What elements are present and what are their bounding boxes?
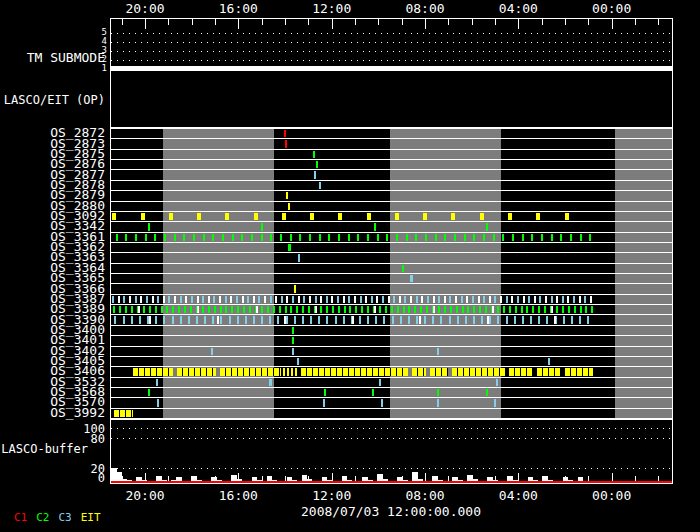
event-tick [155,316,157,323]
timeline-row-OS_3362 [110,242,672,252]
event-tick [365,296,367,303]
bottom-axis-minor-tick [565,476,566,481]
timeline-row-OS_2876 [110,159,672,169]
event-tick [204,316,206,323]
event-tick [308,306,310,313]
timeline-row-OS_3364 [110,263,672,273]
bottom-axis-major-tick [332,473,333,481]
legend-item-c1: C1 [14,512,27,524]
event-tick [534,296,536,303]
top-axis-major-tick [612,18,613,29]
event-tick [361,306,363,313]
event-segment [452,368,504,375]
event-tick [290,234,292,241]
event-tick [174,234,176,241]
event-tick [197,296,199,303]
event-tick [444,234,446,241]
event-segment [430,368,447,375]
event-tick [457,316,459,323]
event-tick [473,306,475,313]
event-tick [197,306,199,313]
event-tick [299,234,301,241]
event-tick [125,306,127,313]
timeline-row-OS_3387 [110,294,672,304]
event-tick [113,306,115,313]
event-tick [273,306,275,313]
event-tick [119,306,121,313]
event-tick [232,234,234,241]
top-axis-label: 04:00 [488,2,548,16]
event-tick [493,234,495,241]
event-tick [222,234,224,241]
event-tick [388,296,390,303]
event-tick [568,306,570,313]
event-tick [355,306,357,313]
event-tick [515,306,517,313]
event-tick [253,316,255,323]
event-tick [360,296,362,303]
event-tick [264,296,266,303]
event-tick [483,234,485,241]
event-tick [163,316,165,323]
event-tick [579,296,581,303]
event-tick [485,306,487,313]
top-axis-minor-tick [495,18,496,25]
event-tick [497,316,499,323]
event-tick [326,296,328,303]
event-tick [190,306,192,313]
event-tick [343,316,345,323]
bottom-axis-minor-tick [168,476,169,481]
event-tick [506,316,508,323]
event-tick [197,213,201,220]
event-tick [426,306,428,313]
event-tick [528,296,530,303]
bottom-axis-minor-tick [378,476,379,481]
event-segment [565,368,593,375]
event-tick [563,316,565,323]
event-tick [556,306,558,313]
timeline-row-OS_3402 [110,346,672,356]
event-tick [169,213,173,220]
tm-gridline [111,33,672,34]
bottom-axis-minor-tick [542,476,543,481]
event-tick [589,234,591,241]
top-axis-minor-tick [285,18,286,25]
event-tick [242,296,244,303]
top-axis-label: 00:00 [582,2,642,16]
top-axis-minor-tick [542,18,543,25]
event-tick [554,316,556,323]
event-tick [551,296,553,303]
event-tick [591,306,593,313]
event-tick [203,234,205,241]
bottom-axis-minor-tick [215,476,216,481]
event-tick [433,296,435,303]
timeline-row-OS_3992 [110,408,672,418]
event-tick [302,306,304,313]
event-tick [416,296,418,303]
top-axis-minor-tick [168,18,169,25]
event-tick [465,316,467,323]
buffer-ytick-label: 0 [70,472,105,485]
event-tick [438,296,440,303]
event-tick [567,296,569,303]
event-tick [315,306,317,313]
event-tick [156,379,158,386]
event-tick [310,316,312,323]
event-tick [256,306,258,313]
event-tick [269,316,271,323]
event-tick [352,316,354,323]
event-tick [541,234,543,241]
top-axis-minor-tick [122,18,123,25]
bottom-axis-minor-tick [635,476,636,481]
event-tick [267,306,269,313]
event-tick [544,306,546,313]
event-tick [288,203,290,210]
event-tick [112,213,116,220]
event-tick [545,296,547,303]
event-tick [359,316,361,323]
top-axis-major-tick [238,18,239,29]
top-axis-minor-tick [658,18,659,25]
event-tick [382,296,384,303]
timeline-row-OS_2875 [110,149,672,159]
event-tick [479,306,481,313]
